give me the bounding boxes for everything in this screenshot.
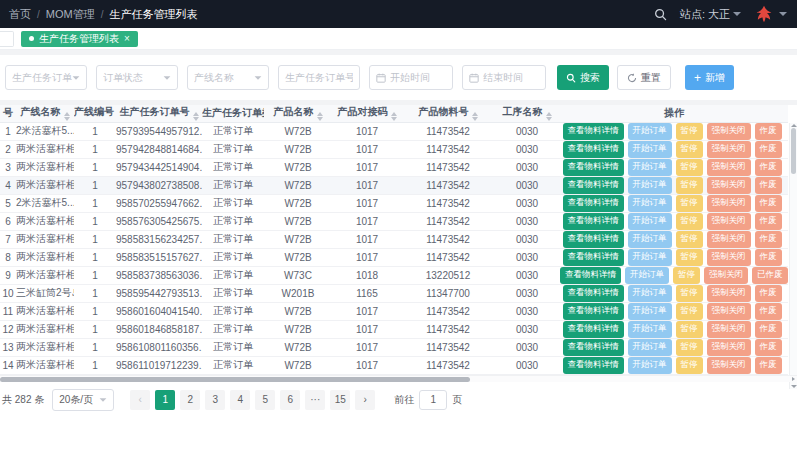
search-button[interactable]: 搜索 bbox=[557, 65, 609, 90]
start-time-input[interactable] bbox=[390, 72, 446, 83]
force-close-button[interactable]: 强制关闭 bbox=[707, 339, 751, 356]
void-button[interactable]: 作废 bbox=[755, 231, 782, 248]
view-material-button[interactable]: 查看物料详情 bbox=[563, 321, 624, 338]
user-menu[interactable] bbox=[754, 5, 787, 23]
void-button[interactable]: 作废 bbox=[755, 321, 782, 338]
sort-caret-icon[interactable] bbox=[64, 112, 70, 121]
force-close-button[interactable]: 强制关闭 bbox=[707, 141, 751, 158]
void-button[interactable]: 作废 bbox=[755, 357, 782, 374]
column-header-1[interactable]: 产线名称 bbox=[16, 105, 74, 122]
page-button-5[interactable]: 5 bbox=[255, 390, 275, 410]
start-order-button[interactable]: 开始订单 bbox=[628, 249, 672, 266]
end-time-input[interactable] bbox=[483, 72, 539, 83]
void-button[interactable]: 作废 bbox=[755, 303, 782, 320]
force-close-button[interactable]: 强制关闭 bbox=[707, 303, 751, 320]
page-size-select[interactable]: 20条/页 bbox=[52, 389, 114, 411]
search-icon[interactable] bbox=[654, 8, 667, 21]
void-button[interactable]: 作废 bbox=[755, 141, 782, 158]
force-close-button[interactable]: 强制关闭 bbox=[707, 177, 751, 194]
tab-production-task-list[interactable]: 生产任务管理列表 × bbox=[21, 31, 138, 47]
start-order-button[interactable]: 开始订单 bbox=[628, 357, 672, 374]
site-selector[interactable]: 站点: 大正 bbox=[680, 7, 741, 22]
force-close-button[interactable]: 强制关闭 bbox=[704, 267, 748, 284]
scroll-down-icon[interactable] bbox=[791, 385, 797, 388]
page-button-4[interactable]: 4 bbox=[230, 390, 250, 410]
breadcrumb-home[interactable]: 首页 bbox=[9, 7, 31, 22]
view-material-button[interactable]: 查看物料详情 bbox=[563, 213, 624, 230]
scroll-right-icon[interactable] bbox=[792, 377, 795, 381]
start-order-button[interactable]: 开始订单 bbox=[628, 213, 672, 230]
page-button-1[interactable]: 1 bbox=[155, 390, 175, 410]
column-header-7[interactable]: 产品物料号 bbox=[402, 105, 494, 122]
force-close-button[interactable]: 强制关闭 bbox=[707, 213, 751, 230]
horizontal-scroll-thumb[interactable] bbox=[0, 377, 470, 382]
view-material-button[interactable]: 查看物料详情 bbox=[563, 285, 624, 302]
scroll-up-icon[interactable] bbox=[791, 124, 797, 127]
void-button[interactable]: 作废 bbox=[755, 249, 782, 266]
start-order-button[interactable]: 开始订单 bbox=[628, 195, 672, 212]
column-header-5[interactable]: 产品名称 bbox=[264, 105, 332, 122]
start-order-button[interactable]: 开始订单 bbox=[628, 321, 672, 338]
view-material-button[interactable]: 查看物料详情 bbox=[563, 195, 624, 212]
page-button-6[interactable]: 6 bbox=[280, 390, 300, 410]
start-order-button[interactable]: 开始订单 bbox=[628, 123, 672, 140]
void-button[interactable]: 作废 bbox=[755, 123, 782, 140]
start-order-button[interactable]: 开始订单 bbox=[628, 303, 672, 320]
start-order-button[interactable]: 开始订单 bbox=[628, 159, 672, 176]
column-header-6[interactable]: 产品对接码 bbox=[332, 105, 402, 122]
reset-button[interactable]: 重置 bbox=[617, 65, 671, 90]
pause-button[interactable]: 暂停 bbox=[673, 267, 700, 284]
void-button[interactable]: 作废 bbox=[755, 285, 782, 302]
line-name-select[interactable]: 产线名称 bbox=[187, 65, 269, 90]
sort-caret-icon[interactable] bbox=[472, 112, 478, 121]
view-material-button[interactable]: 查看物料详情 bbox=[563, 357, 624, 374]
force-close-button[interactable]: 强制关闭 bbox=[707, 357, 751, 374]
start-order-button[interactable]: 开始订单 bbox=[628, 177, 672, 194]
pause-button[interactable]: 暂停 bbox=[676, 285, 703, 302]
sort-caret-icon[interactable] bbox=[546, 112, 552, 121]
start-order-button[interactable]: 开始订单 bbox=[628, 339, 672, 356]
view-material-button[interactable]: 查看物料详情 bbox=[563, 303, 624, 320]
vertical-scrollbar[interactable] bbox=[789, 123, 797, 389]
void-button[interactable]: 作废 bbox=[755, 159, 782, 176]
pause-button[interactable]: 暂停 bbox=[676, 321, 703, 338]
pause-button[interactable]: 暂停 bbox=[676, 231, 703, 248]
force-close-button[interactable]: 强制关闭 bbox=[707, 195, 751, 212]
pause-button[interactable]: 暂停 bbox=[676, 141, 703, 158]
start-order-button[interactable]: 开始订单 bbox=[628, 285, 672, 302]
start-order-button[interactable]: 开始订单 bbox=[628, 141, 672, 158]
order-status-select[interactable]: 订单状态 bbox=[96, 65, 178, 90]
void-button[interactable]: 作废 bbox=[755, 195, 782, 212]
voided-button[interactable]: 已作废 bbox=[752, 267, 788, 284]
view-material-button[interactable]: 查看物料详情 bbox=[563, 249, 624, 266]
pause-button[interactable]: 暂停 bbox=[676, 159, 703, 176]
start-order-button[interactable]: 开始订单 bbox=[625, 267, 669, 284]
pause-button[interactable]: 暂停 bbox=[676, 249, 703, 266]
force-close-button[interactable]: 强制关闭 bbox=[707, 321, 751, 338]
close-icon[interactable]: × bbox=[124, 34, 130, 44]
view-material-button[interactable]: 查看物料详情 bbox=[563, 177, 624, 194]
pause-button[interactable]: 暂停 bbox=[676, 177, 703, 194]
sort-caret-icon[interactable] bbox=[391, 112, 397, 121]
force-close-button[interactable]: 强制关闭 bbox=[707, 249, 751, 266]
pause-button[interactable]: 暂停 bbox=[676, 339, 703, 356]
pager-more-button[interactable]: ··· bbox=[305, 390, 325, 410]
page-button-15[interactable]: 15 bbox=[330, 390, 350, 410]
view-material-button[interactable]: 查看物料详情 bbox=[563, 159, 624, 176]
pause-button[interactable]: 暂停 bbox=[676, 357, 703, 374]
pause-button[interactable]: 暂停 bbox=[676, 195, 703, 212]
void-button[interactable]: 作废 bbox=[755, 213, 782, 230]
start-order-button[interactable]: 开始订单 bbox=[628, 231, 672, 248]
force-close-button[interactable]: 强制关闭 bbox=[707, 231, 751, 248]
column-header-3[interactable]: 生产任务订单号 bbox=[116, 105, 202, 122]
next-page-button[interactable]: › bbox=[355, 390, 375, 410]
force-close-button[interactable]: 强制关闭 bbox=[707, 123, 751, 140]
void-button[interactable]: 作废 bbox=[755, 177, 782, 194]
add-button[interactable]: + 新增 bbox=[685, 65, 734, 90]
page-button-3[interactable]: 3 bbox=[205, 390, 225, 410]
page-button-2[interactable]: 2 bbox=[180, 390, 200, 410]
view-material-button[interactable]: 查看物料详情 bbox=[563, 339, 624, 356]
order-type-select[interactable]: 生产任务订单类型 bbox=[5, 65, 87, 90]
sort-caret-icon[interactable] bbox=[193, 112, 199, 121]
view-material-button[interactable]: 查看物料详情 bbox=[563, 231, 624, 248]
